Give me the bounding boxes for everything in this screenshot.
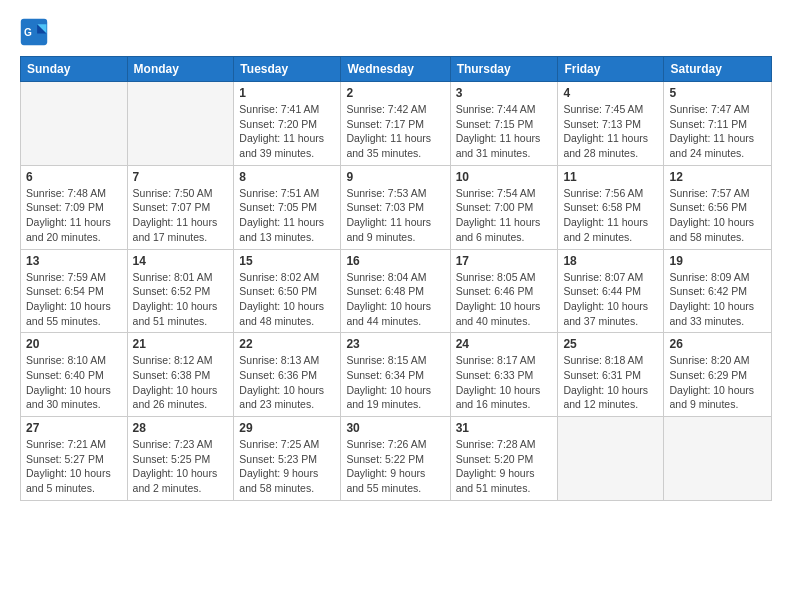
header: G bbox=[20, 18, 772, 46]
day-info: Sunrise: 8:18 AMSunset: 6:31 PMDaylight:… bbox=[563, 353, 658, 412]
day-info: Sunrise: 7:59 AMSunset: 6:54 PMDaylight:… bbox=[26, 270, 122, 329]
day-info: Sunrise: 7:41 AMSunset: 7:20 PMDaylight:… bbox=[239, 102, 335, 161]
day-cell: 21Sunrise: 8:12 AMSunset: 6:38 PMDayligh… bbox=[127, 333, 234, 417]
day-info: Sunrise: 8:07 AMSunset: 6:44 PMDaylight:… bbox=[563, 270, 658, 329]
day-number: 23 bbox=[346, 337, 444, 351]
week-row-2: 6Sunrise: 7:48 AMSunset: 7:09 PMDaylight… bbox=[21, 165, 772, 249]
day-cell: 14Sunrise: 8:01 AMSunset: 6:52 PMDayligh… bbox=[127, 249, 234, 333]
col-header-tuesday: Tuesday bbox=[234, 57, 341, 82]
day-cell: 7Sunrise: 7:50 AMSunset: 7:07 PMDaylight… bbox=[127, 165, 234, 249]
day-cell: 10Sunrise: 7:54 AMSunset: 7:00 PMDayligh… bbox=[450, 165, 558, 249]
day-cell: 4Sunrise: 7:45 AMSunset: 7:13 PMDaylight… bbox=[558, 82, 664, 166]
day-info: Sunrise: 7:23 AMSunset: 5:25 PMDaylight:… bbox=[133, 437, 229, 496]
day-cell: 16Sunrise: 8:04 AMSunset: 6:48 PMDayligh… bbox=[341, 249, 450, 333]
col-header-sunday: Sunday bbox=[21, 57, 128, 82]
day-info: Sunrise: 7:28 AMSunset: 5:20 PMDaylight:… bbox=[456, 437, 553, 496]
day-number: 29 bbox=[239, 421, 335, 435]
day-info: Sunrise: 7:44 AMSunset: 7:15 PMDaylight:… bbox=[456, 102, 553, 161]
day-number: 28 bbox=[133, 421, 229, 435]
day-cell bbox=[127, 82, 234, 166]
day-number: 2 bbox=[346, 86, 444, 100]
day-info: Sunrise: 7:57 AMSunset: 6:56 PMDaylight:… bbox=[669, 186, 766, 245]
day-cell: 31Sunrise: 7:28 AMSunset: 5:20 PMDayligh… bbox=[450, 417, 558, 501]
day-cell: 5Sunrise: 7:47 AMSunset: 7:11 PMDaylight… bbox=[664, 82, 772, 166]
day-number: 12 bbox=[669, 170, 766, 184]
day-cell: 19Sunrise: 8:09 AMSunset: 6:42 PMDayligh… bbox=[664, 249, 772, 333]
day-cell: 15Sunrise: 8:02 AMSunset: 6:50 PMDayligh… bbox=[234, 249, 341, 333]
day-info: Sunrise: 7:48 AMSunset: 7:09 PMDaylight:… bbox=[26, 186, 122, 245]
day-number: 24 bbox=[456, 337, 553, 351]
day-number: 21 bbox=[133, 337, 229, 351]
day-cell: 2Sunrise: 7:42 AMSunset: 7:17 PMDaylight… bbox=[341, 82, 450, 166]
week-row-1: 1Sunrise: 7:41 AMSunset: 7:20 PMDaylight… bbox=[21, 82, 772, 166]
day-number: 16 bbox=[346, 254, 444, 268]
day-info: Sunrise: 8:10 AMSunset: 6:40 PMDaylight:… bbox=[26, 353, 122, 412]
col-header-friday: Friday bbox=[558, 57, 664, 82]
day-number: 15 bbox=[239, 254, 335, 268]
day-number: 22 bbox=[239, 337, 335, 351]
week-row-4: 20Sunrise: 8:10 AMSunset: 6:40 PMDayligh… bbox=[21, 333, 772, 417]
col-header-saturday: Saturday bbox=[664, 57, 772, 82]
day-info: Sunrise: 8:02 AMSunset: 6:50 PMDaylight:… bbox=[239, 270, 335, 329]
day-cell: 30Sunrise: 7:26 AMSunset: 5:22 PMDayligh… bbox=[341, 417, 450, 501]
day-number: 18 bbox=[563, 254, 658, 268]
day-cell: 6Sunrise: 7:48 AMSunset: 7:09 PMDaylight… bbox=[21, 165, 128, 249]
day-cell: 9Sunrise: 7:53 AMSunset: 7:03 PMDaylight… bbox=[341, 165, 450, 249]
day-info: Sunrise: 7:45 AMSunset: 7:13 PMDaylight:… bbox=[563, 102, 658, 161]
col-header-thursday: Thursday bbox=[450, 57, 558, 82]
day-info: Sunrise: 8:04 AMSunset: 6:48 PMDaylight:… bbox=[346, 270, 444, 329]
day-number: 14 bbox=[133, 254, 229, 268]
day-number: 10 bbox=[456, 170, 553, 184]
day-info: Sunrise: 7:42 AMSunset: 7:17 PMDaylight:… bbox=[346, 102, 444, 161]
week-row-3: 13Sunrise: 7:59 AMSunset: 6:54 PMDayligh… bbox=[21, 249, 772, 333]
day-cell: 22Sunrise: 8:13 AMSunset: 6:36 PMDayligh… bbox=[234, 333, 341, 417]
day-cell: 13Sunrise: 7:59 AMSunset: 6:54 PMDayligh… bbox=[21, 249, 128, 333]
day-info: Sunrise: 7:54 AMSunset: 7:00 PMDaylight:… bbox=[456, 186, 553, 245]
calendar-table: SundayMondayTuesdayWednesdayThursdayFrid… bbox=[20, 56, 772, 501]
day-number: 27 bbox=[26, 421, 122, 435]
day-info: Sunrise: 7:50 AMSunset: 7:07 PMDaylight:… bbox=[133, 186, 229, 245]
day-info: Sunrise: 8:17 AMSunset: 6:33 PMDaylight:… bbox=[456, 353, 553, 412]
day-info: Sunrise: 7:53 AMSunset: 7:03 PMDaylight:… bbox=[346, 186, 444, 245]
calendar-page: G SundayMondayTuesdayWednesdayThursdayFr… bbox=[0, 0, 792, 612]
day-cell: 12Sunrise: 7:57 AMSunset: 6:56 PMDayligh… bbox=[664, 165, 772, 249]
day-cell: 3Sunrise: 7:44 AMSunset: 7:15 PMDaylight… bbox=[450, 82, 558, 166]
day-number: 25 bbox=[563, 337, 658, 351]
day-number: 17 bbox=[456, 254, 553, 268]
day-number: 7 bbox=[133, 170, 229, 184]
day-info: Sunrise: 8:12 AMSunset: 6:38 PMDaylight:… bbox=[133, 353, 229, 412]
day-cell bbox=[558, 417, 664, 501]
day-number: 3 bbox=[456, 86, 553, 100]
day-info: Sunrise: 7:25 AMSunset: 5:23 PMDaylight:… bbox=[239, 437, 335, 496]
day-cell: 27Sunrise: 7:21 AMSunset: 5:27 PMDayligh… bbox=[21, 417, 128, 501]
day-number: 4 bbox=[563, 86, 658, 100]
day-info: Sunrise: 8:09 AMSunset: 6:42 PMDaylight:… bbox=[669, 270, 766, 329]
svg-text:G: G bbox=[24, 27, 32, 38]
day-info: Sunrise: 8:15 AMSunset: 6:34 PMDaylight:… bbox=[346, 353, 444, 412]
day-cell bbox=[664, 417, 772, 501]
day-number: 8 bbox=[239, 170, 335, 184]
day-info: Sunrise: 7:51 AMSunset: 7:05 PMDaylight:… bbox=[239, 186, 335, 245]
week-row-5: 27Sunrise: 7:21 AMSunset: 5:27 PMDayligh… bbox=[21, 417, 772, 501]
day-info: Sunrise: 7:21 AMSunset: 5:27 PMDaylight:… bbox=[26, 437, 122, 496]
day-info: Sunrise: 8:13 AMSunset: 6:36 PMDaylight:… bbox=[239, 353, 335, 412]
day-number: 6 bbox=[26, 170, 122, 184]
day-info: Sunrise: 8:20 AMSunset: 6:29 PMDaylight:… bbox=[669, 353, 766, 412]
day-cell: 23Sunrise: 8:15 AMSunset: 6:34 PMDayligh… bbox=[341, 333, 450, 417]
day-cell bbox=[21, 82, 128, 166]
logo: G bbox=[20, 18, 52, 46]
day-cell: 24Sunrise: 8:17 AMSunset: 6:33 PMDayligh… bbox=[450, 333, 558, 417]
day-cell: 17Sunrise: 8:05 AMSunset: 6:46 PMDayligh… bbox=[450, 249, 558, 333]
day-cell: 1Sunrise: 7:41 AMSunset: 7:20 PMDaylight… bbox=[234, 82, 341, 166]
day-info: Sunrise: 7:56 AMSunset: 6:58 PMDaylight:… bbox=[563, 186, 658, 245]
day-number: 26 bbox=[669, 337, 766, 351]
day-cell: 11Sunrise: 7:56 AMSunset: 6:58 PMDayligh… bbox=[558, 165, 664, 249]
day-info: Sunrise: 8:05 AMSunset: 6:46 PMDaylight:… bbox=[456, 270, 553, 329]
day-number: 31 bbox=[456, 421, 553, 435]
day-number: 11 bbox=[563, 170, 658, 184]
day-cell: 29Sunrise: 7:25 AMSunset: 5:23 PMDayligh… bbox=[234, 417, 341, 501]
day-cell: 8Sunrise: 7:51 AMSunset: 7:05 PMDaylight… bbox=[234, 165, 341, 249]
day-number: 30 bbox=[346, 421, 444, 435]
day-cell: 25Sunrise: 8:18 AMSunset: 6:31 PMDayligh… bbox=[558, 333, 664, 417]
day-number: 9 bbox=[346, 170, 444, 184]
